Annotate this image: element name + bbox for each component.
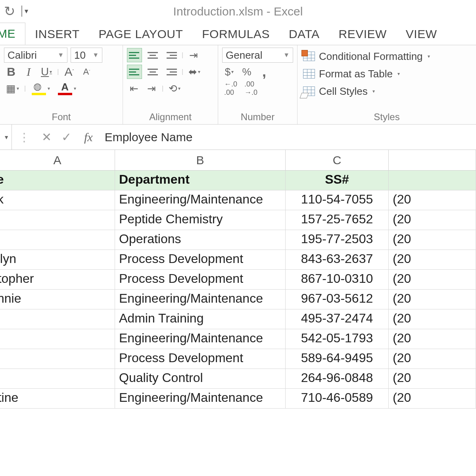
currency-button[interactable]: $▾ [222,64,236,79]
grow-font-button[interactable]: Aˆ [62,64,76,79]
cell-d[interactable]: (20 [389,230,476,250]
merge-center-button[interactable]: ⬌▾ [186,64,202,79]
italic-button[interactable]: I [21,64,36,79]
tab-formulas[interactable]: FORMULAS [192,23,279,45]
cell-d[interactable]: (20 [389,270,476,290]
cell-dept[interactable]: Process Development [115,349,286,369]
cell-dept[interactable]: Engineering/Maintenance [115,190,286,210]
header-name[interactable]: ee Name [0,171,115,190]
cell-dept[interactable]: Process Development [115,270,286,290]
cell-ss[interactable]: 542-05-1793 [286,329,389,349]
tab-review[interactable]: REVIEW [329,23,396,45]
align-top-button[interactable] [127,48,142,62]
qat-separator [21,6,22,17]
orientation-button[interactable]: ⟲▾ [167,81,182,96]
font-size-combo[interactable]: 10 ▼ [71,48,102,63]
cell-d[interactable]: (20 [389,349,476,369]
column-header-d[interactable] [389,150,476,171]
cell-name[interactable]: Christine [0,389,115,409]
cell-d[interactable]: (20 [389,389,476,409]
fill-color-button[interactable]: ▾ [29,81,52,96]
cell-d[interactable]: (20 [389,329,476,349]
header-dept[interactable]: Department [115,171,286,190]
font-name-combo[interactable]: Calibri ▼ [4,48,67,63]
column-headers: A B C [0,150,476,171]
cell-dept[interactable]: Engineering/Maintenance [115,290,286,309]
header-ss[interactable]: SS# [286,171,389,190]
cell-d[interactable]: (20 [389,309,476,329]
tab-page-layout[interactable]: PAGE LAYOUT [89,23,192,45]
cell-ss[interactable]: 495-37-2474 [286,309,389,329]
cell-d[interactable]: (20 [389,210,476,230]
align-center-button[interactable] [145,65,160,79]
align-left-button[interactable] [127,65,142,79]
cell-dept[interactable]: Peptide Chemistry [115,210,286,230]
cell-ss[interactable]: 967-03-5612 [286,290,389,309]
cell-ss[interactable]: 195-77-2503 [286,230,389,250]
underline-button[interactable]: U▾ [39,64,54,79]
formula-input[interactable]: Employee Name [105,131,193,144]
wrap-text-button[interactable]: ⇥ [186,48,201,63]
cell-name[interactable]: Heidi [0,309,115,329]
comma-style-button[interactable]: , [257,64,271,79]
column-header-a[interactable]: A [0,150,115,171]
cell-d[interactable]: (20 [389,190,476,210]
cell-ss[interactable]: 264-96-0848 [286,369,389,389]
align-middle-button[interactable] [145,48,160,62]
qat-customize-icon[interactable]: ▾ [25,7,28,15]
cell-name[interactable]: Lisa [0,230,115,250]
cell-d[interactable]: (20 [389,369,476,389]
cell-name[interactable]: , Rick [0,369,115,389]
column-header-c[interactable]: C [286,150,389,171]
cell-name[interactable]: Madelyn [0,250,115,270]
cell-name[interactable]: s, Bonnie [0,290,115,309]
column-header-b[interactable]: B [115,150,286,171]
format-as-table-button[interactable]: Format as Table▾ [301,65,472,83]
align-bottom-button[interactable] [163,48,178,62]
worksheet[interactable]: A B C ee Name Department SS# , MarkEngin… [0,150,476,409]
cancel-formula-button[interactable]: ✕ [36,130,56,144]
cell-d[interactable]: (20 [389,290,476,309]
cell-name[interactable]: Christopher [0,270,115,290]
cell-dept[interactable]: Operations [115,230,286,250]
cell-styles-button[interactable]: Cell Styles▾ [301,83,472,100]
tab-insert[interactable]: INSERT [25,23,89,45]
tab-home[interactable]: ME [0,23,25,45]
fx-icon[interactable]: fx [76,131,105,144]
cell-ss[interactable]: 867-10-0310 [286,270,389,290]
cell-ss[interactable]: 710-46-0589 [286,389,389,409]
redo-icon[interactable]: ↻ [4,3,15,19]
cell-d[interactable]: (20 [389,250,476,270]
conditional-formatting-button[interactable]: Conditional Formatting▾ [301,48,472,65]
font-color-button[interactable]: ▾ [55,81,78,96]
shrink-font-button[interactable]: Aˇ [79,64,94,79]
cell-ss[interactable]: 843-63-2637 [286,250,389,270]
name-box[interactable]: ▼ [0,125,12,150]
cell-name[interactable]: Carol [0,210,115,230]
cell-dept[interactable]: Engineering/Maintenance [115,329,286,349]
align-right-button[interactable] [163,65,178,79]
cell-dept[interactable]: Admin Training [115,309,286,329]
enter-formula-button[interactable]: ✓ [56,130,76,144]
cell-dept[interactable]: Process Development [115,250,286,270]
bold-button[interactable]: B [4,64,18,79]
decrease-decimal-button[interactable]: .00→.0 [242,81,259,96]
increase-decimal-button[interactable]: ←.0.00 [222,81,239,96]
tab-data[interactable]: DATA [279,23,329,45]
cell-dept[interactable]: Engineering/Maintenance [115,389,286,409]
format-as-table-icon [303,69,315,79]
cell-ss[interactable]: 157-25-7652 [286,210,389,230]
header-d[interactable] [389,171,476,190]
cell-name[interactable]: , Mark [0,190,115,210]
cell-dept[interactable]: Quality Control [115,369,286,389]
cell-name[interactable]: racy [0,349,115,369]
decrease-indent-button[interactable]: ⇤ [127,81,141,96]
increase-indent-button[interactable]: ⇥ [144,81,159,96]
cell-name[interactable]: a [0,329,115,349]
number-format-combo[interactable]: General ▼ [222,48,293,63]
cell-ss[interactable]: 589-64-9495 [286,349,389,369]
percent-button[interactable]: % [240,64,254,79]
tab-view[interactable]: VIEW [396,23,447,45]
cell-ss[interactable]: 110-54-7055 [286,190,389,210]
borders-button[interactable]: ▦▾ [4,81,21,96]
